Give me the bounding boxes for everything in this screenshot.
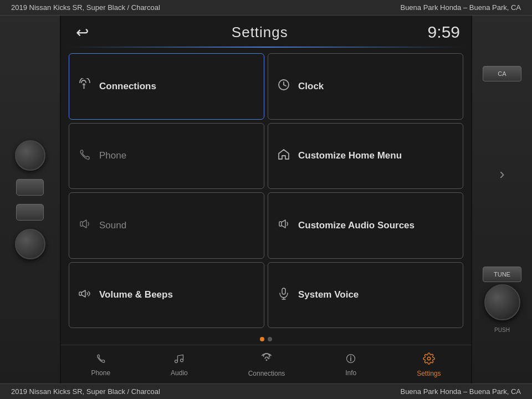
left-knob-bottom[interactable] <box>15 229 45 259</box>
left-knob-top[interactable] <box>15 140 45 171</box>
phone-label: Phone <box>99 150 126 161</box>
ca-button[interactable]: CA <box>483 66 521 81</box>
nav-item-audio[interactable]: Audio <box>164 351 195 379</box>
tune-button[interactable]: TUNE <box>483 267 521 282</box>
settings-btn-clock[interactable]: Clock <box>268 53 463 120</box>
settings-grid: Connections Clock <box>61 48 471 334</box>
bottom-nav: Phone Audio <box>61 345 471 383</box>
settings-btn-sound[interactable]: Sound <box>69 192 264 259</box>
nav-phone-icon <box>95 353 106 367</box>
side-panel-left <box>0 16 61 383</box>
clock-label: Clock <box>298 81 324 92</box>
back-arrow-icon: ↩ <box>76 23 89 42</box>
tune-knob[interactable] <box>484 284 520 320</box>
nav-connections-label: Connections <box>248 370 285 377</box>
pagination <box>61 334 471 345</box>
settings-btn-customize-audio[interactable]: Customize Audio Sources <box>268 192 463 259</box>
nav-settings-label: Settings <box>417 370 441 377</box>
side-button-1[interactable] <box>16 179 44 196</box>
svg-rect-7 <box>279 222 282 226</box>
system-voice-label: System Voice <box>298 289 359 300</box>
ca-label: CA <box>498 70 506 77</box>
screen-time: 9:59 <box>428 23 460 42</box>
nav-connections-icon <box>260 352 273 368</box>
top-bar: 2019 Nissan Kicks SR, Super Black / Char… <box>0 0 532 16</box>
nav-info-label: Info <box>345 369 356 377</box>
pagination-dot-1[interactable] <box>260 337 264 341</box>
push-label: PUSH <box>494 327 510 333</box>
svg-line-5 <box>284 85 286 86</box>
bottom-bar: 2019 Nissan Kicks SR, Super Black / Char… <box>0 383 532 399</box>
connections-label: Connections <box>99 81 156 92</box>
settings-btn-system-voice[interactable]: System Voice <box>268 262 463 329</box>
nav-settings-icon <box>423 352 435 368</box>
settings-btn-customize-home[interactable]: Customize Home Menu <box>268 123 463 190</box>
customize-home-label: Customize Home Menu <box>298 150 402 161</box>
customize-audio-icon <box>276 217 291 233</box>
svg-rect-6 <box>80 222 83 226</box>
nav-item-settings[interactable]: Settings <box>410 350 447 380</box>
nav-audio-label: Audio <box>171 369 188 377</box>
bottom-bar-left: 2019 Nissan Kicks SR, Super Black / Char… <box>11 387 160 396</box>
settings-btn-phone[interactable]: Phone <box>69 123 264 190</box>
voice-icon <box>276 287 291 303</box>
screen-header: ↩ Settings 9:59 <box>61 16 471 47</box>
svg-point-17 <box>350 356 351 357</box>
phone-icon <box>77 148 93 164</box>
nav-item-connections[interactable]: Connections <box>242 350 292 380</box>
main-container: ↩ Settings 9:59 <box>0 16 532 383</box>
svg-point-18 <box>427 357 431 360</box>
nav-item-info[interactable]: Info <box>339 351 363 379</box>
clock-icon <box>276 78 291 94</box>
nav-item-phone[interactable]: Phone <box>84 351 117 379</box>
screen-title: Settings <box>232 24 288 41</box>
settings-btn-volume-beeps[interactable]: Volume & Beeps <box>69 262 264 329</box>
svg-rect-8 <box>79 292 81 295</box>
right-tune-group: TUNE PUSH <box>483 267 521 333</box>
pagination-dot-2[interactable] <box>268 337 272 341</box>
customize-audio-label: Customize Audio Sources <box>298 220 415 231</box>
nav-audio-icon <box>173 353 185 367</box>
top-bar-left: 2019 Nissan Kicks SR, Super Black / Char… <box>11 3 160 12</box>
settings-btn-connections[interactable]: Connections <box>69 53 264 120</box>
side-button-2[interactable] <box>16 204 44 221</box>
connections-icon <box>77 78 93 94</box>
top-bar-right: Buena Park Honda – Buena Park, CA <box>400 3 521 12</box>
bottom-bar-right: Buena Park Honda – Buena Park, CA <box>400 387 521 396</box>
display: ↩ Settings 9:59 <box>61 16 471 383</box>
svg-point-12 <box>175 360 178 363</box>
chevron-right-icon[interactable]: › <box>499 165 504 183</box>
nav-info-icon <box>345 353 356 367</box>
volume-icon <box>77 287 93 303</box>
back-button[interactable]: ↩ <box>72 22 92 42</box>
home-icon <box>276 148 291 164</box>
right-top-group: CA <box>483 66 521 81</box>
svg-point-13 <box>181 359 183 362</box>
tune-label: TUNE <box>494 271 510 278</box>
nav-phone-label: Phone <box>91 369 110 377</box>
screen: ↩ Settings 9:59 <box>61 16 471 383</box>
svg-point-14 <box>266 359 268 361</box>
sound-label: Sound <box>99 220 126 231</box>
svg-rect-9 <box>282 288 285 294</box>
side-panel-right: CA › TUNE PUSH <box>471 16 532 383</box>
volume-beeps-label: Volume & Beeps <box>99 289 173 300</box>
sound-icon <box>77 217 93 233</box>
